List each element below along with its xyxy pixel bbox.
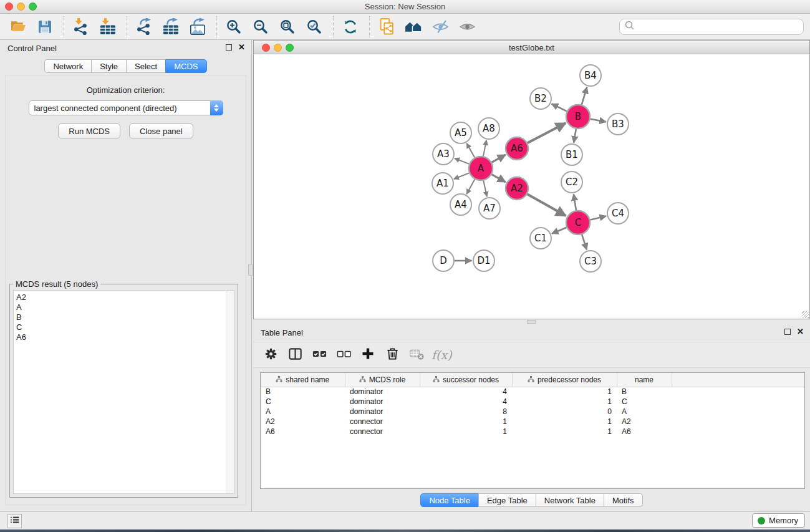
close-table-panel-icon[interactable]: ✕ bbox=[797, 328, 804, 336]
mcds-result-list[interactable]: A2ABCA6 bbox=[13, 290, 234, 494]
table-cell[interactable]: connector bbox=[345, 427, 420, 437]
graph-edge-A2-C[interactable] bbox=[528, 194, 566, 216]
create-column-button[interactable] bbox=[359, 346, 377, 364]
graph-edge-A6-B[interactable] bbox=[528, 123, 566, 143]
list-scrollbar[interactable] bbox=[226, 291, 234, 493]
table-cell[interactable]: 4 bbox=[420, 387, 512, 397]
graph-edge-A-A4[interactable] bbox=[466, 180, 475, 195]
graph-edge-C-C1[interactable] bbox=[552, 228, 566, 234]
mcds-result-item[interactable]: C bbox=[16, 322, 234, 332]
memory-button[interactable]: Memory bbox=[752, 513, 805, 528]
graph-node-A5[interactable]: A5 bbox=[450, 122, 471, 143]
column-header-successor-nodes[interactable]: successor nodes bbox=[420, 373, 512, 387]
graph-node-B2[interactable]: B2 bbox=[530, 88, 551, 109]
table-cell[interactable]: A bbox=[617, 407, 672, 417]
graph-edge-C-C4[interactable] bbox=[590, 216, 605, 220]
graph-edge-A-A5[interactable] bbox=[466, 143, 475, 158]
network-canvas[interactable]: B4B2BB3B1A5A8A6A3AA1A2C2A4A7C4CC1C3DD1 bbox=[254, 55, 809, 319]
graph-node-B1[interactable]: B1 bbox=[561, 144, 582, 165]
graph-node-A[interactable]: A bbox=[469, 157, 493, 180]
graph-node-B4[interactable]: B4 bbox=[580, 65, 601, 86]
import-table-button[interactable] bbox=[99, 17, 117, 36]
table-cell[interactable]: dominator bbox=[345, 387, 420, 397]
delete-table-button[interactable] bbox=[407, 346, 426, 364]
graph-edge-A-A8[interactable] bbox=[483, 140, 486, 157]
table-cell[interactable]: dominator bbox=[345, 397, 420, 407]
delete-columns-button[interactable] bbox=[383, 346, 402, 364]
tab-edge-table[interactable]: Edge Table bbox=[478, 493, 536, 507]
table-cell[interactable]: 1 bbox=[420, 417, 512, 427]
close-panel-button[interactable]: Close panel bbox=[129, 123, 193, 138]
graph-edge-A-A6[interactable] bbox=[492, 155, 506, 162]
vertical-split-handle[interactable] bbox=[248, 264, 253, 276]
zoom-fit-button[interactable] bbox=[278, 17, 297, 36]
table-cell[interactable]: C bbox=[617, 397, 672, 407]
graph-node-D1[interactable]: D1 bbox=[473, 250, 494, 271]
table-cell[interactable]: A6 bbox=[261, 427, 345, 437]
table-cell[interactable]: 1 bbox=[512, 417, 617, 427]
table-cell[interactable]: A bbox=[261, 407, 345, 417]
table-row[interactable]: Bdominator41B bbox=[261, 387, 804, 397]
graph-node-A3[interactable]: A3 bbox=[433, 143, 454, 165]
show-panels-button[interactable] bbox=[7, 514, 22, 528]
graph-edge-C-C3[interactable] bbox=[582, 235, 587, 249]
table-cell[interactable]: dominator bbox=[345, 407, 420, 417]
horizontal-split-handle[interactable] bbox=[527, 320, 536, 324]
graph-edge-A-A3[interactable] bbox=[455, 158, 469, 164]
graph-node-C[interactable]: C bbox=[566, 211, 590, 235]
home-networks-button[interactable] bbox=[404, 17, 423, 36]
graph-edge-B-B4[interactable] bbox=[582, 87, 587, 105]
table-cell[interactable]: 1 bbox=[512, 387, 617, 397]
graph-edge-B-B3[interactable] bbox=[591, 119, 606, 122]
graph-edge-A-A7[interactable] bbox=[483, 181, 487, 197]
table-cell[interactable]: 8 bbox=[420, 407, 512, 417]
export-network-button[interactable] bbox=[135, 17, 153, 36]
run-mcds-button[interactable]: Run MCDS bbox=[58, 123, 120, 138]
open-session-button[interactable] bbox=[9, 17, 27, 36]
graph-node-A1[interactable]: A1 bbox=[432, 173, 453, 194]
float-panel-icon[interactable] bbox=[226, 44, 232, 51]
zoom-selected-button[interactable] bbox=[305, 17, 324, 36]
tab-motifs[interactable]: Motifs bbox=[604, 493, 643, 507]
table-cell[interactable]: 1 bbox=[512, 427, 617, 437]
function-builder-button[interactable]: f(x) bbox=[432, 346, 452, 364]
table-cell[interactable]: 1 bbox=[512, 397, 617, 407]
table-row[interactable]: A6connector11A6 bbox=[261, 427, 804, 437]
mcds-result-item[interactable]: B bbox=[16, 312, 234, 322]
graph-node-A4[interactable]: A4 bbox=[450, 194, 471, 215]
tab-mcds[interactable]: MCDS bbox=[165, 59, 206, 73]
graph-node-C1[interactable]: C1 bbox=[530, 228, 551, 249]
graph-node-B[interactable]: B bbox=[566, 105, 590, 128]
column-header-predecessor-nodes[interactable]: predecessor nodes bbox=[512, 373, 617, 387]
tab-select[interactable]: Select bbox=[126, 59, 165, 73]
close-panel-icon[interactable]: ✕ bbox=[238, 44, 245, 51]
table-mode-button[interactable] bbox=[261, 346, 280, 364]
show-details-button[interactable] bbox=[458, 17, 476, 36]
tab-network-table[interactable]: Network Table bbox=[536, 493, 604, 507]
search-input[interactable] bbox=[635, 22, 799, 31]
graph-edge-A-A2[interactable] bbox=[492, 175, 506, 182]
table-cell[interactable]: connector bbox=[345, 417, 420, 427]
select-all-columns-button[interactable] bbox=[310, 346, 329, 364]
network-window-titlebar[interactable]: testGlobe.txt bbox=[254, 41, 809, 54]
tab-node-table[interactable]: Node Table bbox=[420, 493, 478, 507]
save-session-button[interactable] bbox=[36, 17, 54, 36]
graph-node-C3[interactable]: C3 bbox=[580, 251, 601, 272]
table-row[interactable]: A2connector11A2 bbox=[261, 417, 804, 427]
zoom-in-button[interactable] bbox=[224, 17, 243, 36]
mcds-result-item[interactable]: A6 bbox=[16, 332, 234, 342]
graph-edge-B-B1[interactable] bbox=[574, 129, 576, 143]
column-header-mcds-role[interactable]: MCDS role bbox=[345, 373, 420, 387]
graph-node-D[interactable]: D bbox=[433, 250, 454, 271]
graph-node-C2[interactable]: C2 bbox=[561, 172, 582, 193]
graph-node-A6[interactable]: A6 bbox=[506, 137, 528, 160]
table-row[interactable]: Cdominator41C bbox=[261, 397, 804, 407]
refresh-layout-button[interactable] bbox=[341, 17, 360, 36]
table-cell[interactable]: A2 bbox=[617, 417, 672, 427]
graph-node-A2[interactable]: A2 bbox=[506, 177, 528, 200]
table-row[interactable]: Adominator80A bbox=[261, 407, 804, 417]
window-resize-grip[interactable] bbox=[802, 311, 809, 318]
graph-edge-C-C2[interactable] bbox=[574, 194, 576, 210]
graph-edge-A-A1[interactable] bbox=[454, 173, 470, 179]
float-table-panel-icon[interactable] bbox=[784, 329, 791, 335]
